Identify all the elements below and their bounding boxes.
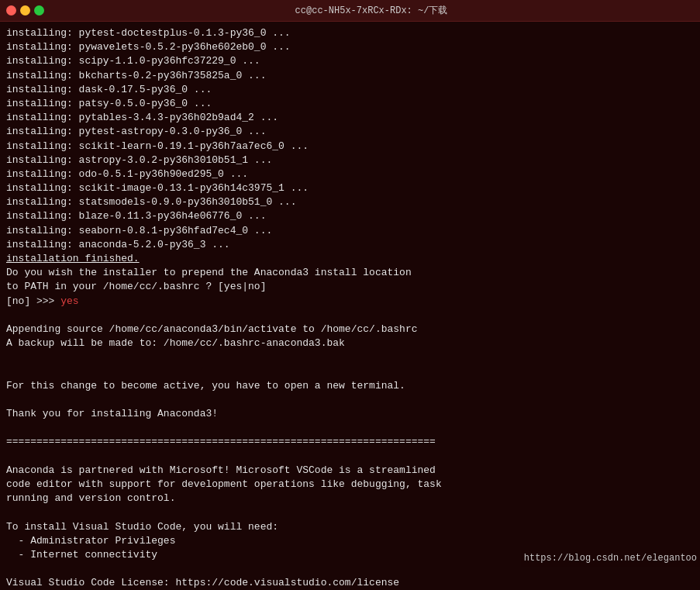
thank-line: Thank you for installing Anaconda3! xyxy=(6,407,694,421)
partner-line-1: Anaconda is partnered with Microsoft! Mi… xyxy=(6,464,694,478)
blank-6 xyxy=(6,450,694,464)
installation-finished-text: installation finished. xyxy=(6,253,140,264)
install-line-8: installing: pytest-astropy-0.3.0-py36_0 … xyxy=(6,125,694,139)
install-line-7: installing: pytables-3.4.3-py36h02b9ad4_… xyxy=(6,111,694,125)
blank-3 xyxy=(6,365,694,379)
partner-line-3: running and version control. xyxy=(6,492,694,505)
minimize-button[interactable] xyxy=(20,5,30,16)
blank-2 xyxy=(6,350,694,364)
license-line: Visual Studio Code License: https://code… xyxy=(6,576,694,590)
window-title: cc@cc-NH5x-7xRCx-RDx: ~/下载 xyxy=(49,4,694,17)
install-line-14: installing: blaze-0.11.3-py36h4e06776_0 … xyxy=(6,209,694,223)
installation-finished-line: installation finished. xyxy=(6,252,694,266)
change-line: For this change to become active, you ha… xyxy=(6,379,694,393)
title-bar: cc@cc-NH5x-7xRCx-RDx: ~/下载 xyxy=(0,0,700,22)
install-line-4: installing: bkcharts-0.2-py36h735825a_0 … xyxy=(6,69,694,83)
user-input-yes: yes xyxy=(60,295,78,307)
install-line-13: installing: statsmodels-0.9.0-py36h3010b… xyxy=(6,195,694,209)
requirement-1: - Administrator Privileges xyxy=(6,534,694,548)
install-line-11: installing: odo-0.5.1-py36h90ed295_0 ... xyxy=(6,167,694,181)
partner-line-2: code editor with support for development… xyxy=(6,478,694,492)
blank-5 xyxy=(6,421,694,435)
install-line-6: installing: patsy-0.5.0-py36_0 ... xyxy=(6,97,694,111)
blank-7 xyxy=(6,505,694,519)
prompt-1: [no] >>> xyxy=(6,295,60,307)
close-button[interactable] xyxy=(6,5,16,16)
window-controls[interactable] xyxy=(6,5,44,16)
watermark: https://blog.csdn.net/elegantoo xyxy=(521,550,700,567)
install-line-5: installing: dask-0.17.5-py36_0 ... xyxy=(6,83,694,97)
install-line-12: installing: scikit-image-0.13.1-py36h14c… xyxy=(6,181,694,195)
path-question-2: to PATH in your /home/cc/.bashrc ? [yes|… xyxy=(6,280,694,294)
maximize-button[interactable] xyxy=(34,5,44,16)
install-line-9: installing: scikit-learn-0.19.1-py36h7aa… xyxy=(6,140,694,154)
append-line-2: A backup will be made to: /home/cc/.bash… xyxy=(6,336,694,350)
blank-1 xyxy=(6,309,694,323)
terminal-body: installing: pytest-doctestplus-0.1.3-py3… xyxy=(0,22,700,590)
install-line-3: installing: scipy-1.1.0-py36hfc37229_0 .… xyxy=(6,54,694,68)
prompt-line-1: [no] >>> yes xyxy=(6,295,694,309)
append-line-1: Appending source /home/cc/anaconda3/bin/… xyxy=(6,323,694,336)
install-vscode: To install Visual Studio Code, you will … xyxy=(6,520,694,534)
install-line-16: installing: anaconda-5.2.0-py36_3 ... xyxy=(6,238,694,252)
install-line-10: installing: astropy-3.0.2-py36h3010b51_1… xyxy=(6,154,694,167)
path-question-1: Do you wish the installer to prepend the… xyxy=(6,266,694,280)
install-line-1: installing: pytest-doctestplus-0.1.3-py3… xyxy=(6,26,694,40)
blank-4 xyxy=(6,393,694,407)
install-line-2: installing: pywavelets-0.5.2-py36he602eb… xyxy=(6,40,694,54)
separator-line: ========================================… xyxy=(6,435,694,449)
install-line-15: installing: seaborn-0.8.1-py36hfad7ec4_0… xyxy=(6,224,694,238)
